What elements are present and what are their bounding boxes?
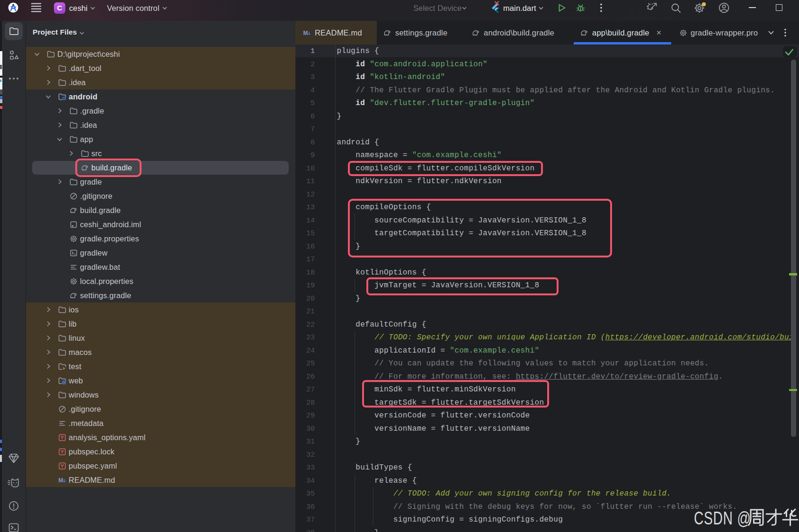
svg-text:M: M bbox=[59, 477, 63, 483]
svg-text:M: M bbox=[303, 29, 308, 36]
svg-text:CSDN @: CSDN @ bbox=[694, 508, 751, 528]
